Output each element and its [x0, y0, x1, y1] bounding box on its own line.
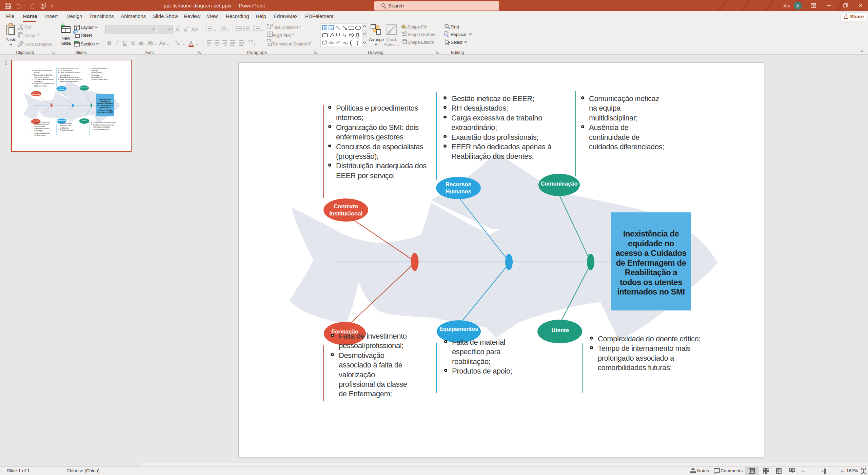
svg-text:A: A [189, 40, 193, 46]
svg-text:Aa: Aa [159, 40, 165, 46]
svg-text:A: A [271, 23, 274, 27]
svg-text:A: A [323, 26, 326, 30]
svg-text:U: U [123, 40, 127, 46]
svg-text:A: A [191, 26, 195, 33]
svg-text:I: I [116, 40, 118, 46]
svg-text:X: X [796, 3, 800, 8]
svg-text:c: c [447, 33, 449, 38]
svg-text:v: v [187, 25, 189, 29]
svg-text:B: B [107, 40, 111, 46]
svg-text:^: ^ [179, 25, 181, 29]
svg-text:Xin: Xin [783, 3, 790, 8]
svg-text:b: b [444, 32, 447, 37]
